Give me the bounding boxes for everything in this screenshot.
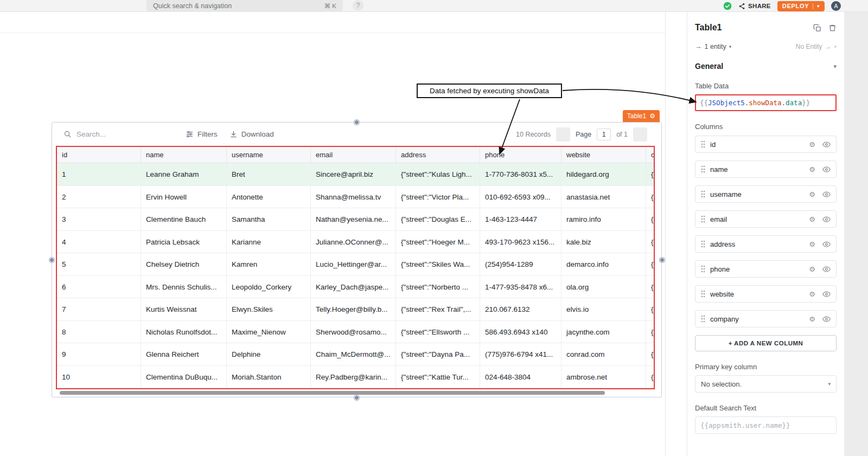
table-row[interactable]: 1Leanne GrahamBretSincere@april.biz{"str… — [57, 163, 654, 186]
table-cell[interactable]: ramiro.info — [561, 208, 646, 230]
table-cell[interactable]: Lucio_Hettinger@ar... — [311, 253, 396, 275]
column-item-website[interactable]: website⚙ — [695, 285, 837, 303]
column-header-co[interactable]: co — [646, 147, 655, 163]
primary-key-select[interactable]: No selection. ▾ — [695, 375, 837, 393]
table-row[interactable]: 2Ervin HowellAntonetteShanna@melissa.tv{… — [57, 186, 654, 209]
table-cell[interactable]: Sincere@april.biz — [311, 163, 396, 185]
connected-entities-dropdown[interactable]: → 1 entity ▾ — [695, 43, 731, 50]
table-cell[interactable]: {" — [646, 231, 655, 253]
outgoing-entities-dropdown[interactable]: No Entity → ▾ — [796, 43, 837, 50]
table-search-input[interactable]: Search... — [63, 130, 156, 138]
table-cell[interactable]: Telly.Hoeger@billy.b... — [311, 298, 396, 320]
table-cell[interactable]: Maxime_Nienow — [227, 321, 311, 343]
table-cell[interactable]: {" — [646, 208, 655, 230]
gear-icon[interactable]: ⚙ — [809, 241, 815, 248]
table-widget[interactable]: Table1 ⚙ Search... Filter — [52, 122, 662, 397]
table-cell[interactable]: Chaim_McDermott@... — [311, 343, 396, 365]
table-cell[interactable]: Bret — [227, 163, 311, 185]
table-cell[interactable]: Sherwood@rosamo... — [311, 321, 396, 343]
table-cell[interactable]: {" — [646, 321, 655, 343]
table-cell[interactable]: {"street":"Ellsworth ... — [396, 321, 480, 343]
column-header-website[interactable]: website — [561, 147, 646, 163]
column-header-id[interactable]: id — [57, 147, 141, 163]
table-cell[interactable]: jacynthe.com — [561, 321, 646, 343]
table-cell[interactable]: Samantha — [227, 208, 311, 230]
table-cell[interactable]: Antonette — [227, 186, 311, 208]
column-item-phone[interactable]: phone⚙ — [695, 260, 837, 278]
resize-handle-left[interactable] — [49, 258, 54, 262]
widget-name-badge[interactable]: Table1 ⚙ — [623, 110, 660, 122]
download-button[interactable]: Download — [229, 130, 274, 138]
drag-handle-icon[interactable] — [701, 315, 705, 323]
table-cell[interactable]: 6 — [57, 276, 141, 298]
share-button[interactable]: SHARE — [738, 3, 771, 10]
drag-handle-icon[interactable] — [701, 240, 705, 248]
table-cell[interactable]: 8 — [57, 321, 141, 343]
table-cell[interactable]: Mrs. Dennis Schulis... — [141, 276, 227, 298]
table-cell[interactable]: 9 — [57, 343, 141, 365]
drag-handle-icon[interactable] — [701, 215, 705, 223]
table-row[interactable]: 10Clementina DuBuqu...Moriah.StantonRey.… — [57, 366, 654, 389]
table-cell[interactable]: {"street":"Victor Pla... — [396, 186, 480, 208]
table-cell[interactable]: anastasia.net — [561, 186, 646, 208]
table-cell[interactable]: {"street":"Rex Trail",... — [396, 298, 480, 320]
table-cell[interactable]: {"street":"Douglas E... — [396, 208, 480, 230]
column-header-address[interactable]: address — [396, 147, 480, 163]
table-data-input[interactable]: {{JSObject5.showData.data}} — [695, 94, 837, 111]
table-row[interactable]: 9Glenna ReichertDelphineChaim_McDermott@… — [57, 343, 654, 366]
resize-handle-right[interactable] — [660, 258, 665, 262]
table-row[interactable]: 8Nicholas Runolfsdot...Maxime_NienowSher… — [57, 321, 654, 344]
table-cell[interactable]: 5 — [57, 253, 141, 275]
table-cell[interactable]: {" — [646, 276, 655, 298]
table-cell[interactable]: Clementina DuBuqu... — [141, 366, 227, 388]
table-cell[interactable]: Kamren — [227, 253, 311, 275]
table-cell[interactable]: 010-692-6593 x09... — [480, 186, 561, 208]
table-cell[interactable]: 1-477-935-8478 x6... — [480, 276, 561, 298]
table-cell[interactable]: {"street":"Skiles Wa... — [396, 253, 480, 275]
delete-widget-icon[interactable] — [828, 24, 837, 32]
table-cell[interactable]: 1 — [57, 163, 141, 185]
column-header-username[interactable]: username — [227, 147, 311, 163]
eye-icon[interactable] — [822, 265, 831, 273]
filters-button[interactable]: Filters — [186, 130, 218, 138]
table-cell[interactable]: Leopoldo_Corkery — [227, 276, 311, 298]
table-cell[interactable]: {"street":"Hoeger M... — [396, 231, 480, 253]
resize-handle-top[interactable] — [354, 120, 359, 125]
column-item-email[interactable]: email⚙ — [695, 210, 837, 228]
table-cell[interactable]: Chelsey Dietrich — [141, 253, 227, 275]
quick-search-input[interactable]: Quick search & navigation ⌘ K — [146, 0, 343, 12]
table-cell[interactable]: Karley_Dach@jaspe... — [311, 276, 396, 298]
table-cell[interactable]: {" — [646, 163, 655, 185]
column-item-company[interactable]: company⚙ — [695, 310, 837, 327]
eye-icon[interactable] — [822, 165, 831, 174]
copy-widget-icon[interactable] — [813, 24, 821, 32]
table-cell[interactable]: 10 — [57, 366, 141, 388]
table-cell[interactable]: Kurtis Weissnat — [141, 298, 227, 320]
table-cell[interactable]: {" — [646, 186, 655, 208]
horizontal-scrollbar[interactable] — [60, 391, 605, 395]
table-cell[interactable]: conrad.com — [561, 343, 646, 365]
canvas[interactable]: Table1 ⚙ Search... Filter — [0, 12, 666, 456]
add-new-column-button[interactable]: + ADD A NEW COLUMN — [695, 335, 837, 351]
column-header-name[interactable]: name — [141, 147, 227, 163]
table-cell[interactable]: 1-770-736-8031 x5... — [480, 163, 561, 185]
drag-handle-icon[interactable] — [701, 265, 705, 273]
drag-handle-icon[interactable] — [701, 190, 705, 198]
table-cell[interactable]: Nicholas Runolfsdot... — [141, 321, 227, 343]
gear-icon[interactable]: ⚙ — [809, 216, 815, 223]
table-row[interactable]: 4Patricia LebsackKarianneJulianne.OConne… — [57, 231, 654, 254]
gear-icon[interactable]: ⚙ — [809, 166, 815, 173]
table-cell[interactable]: {"street":"Kulas Ligh... — [396, 163, 480, 185]
table-cell[interactable]: 586.493.6943 x140 — [480, 321, 561, 343]
table-cell[interactable]: (775)976-6794 x41... — [480, 343, 561, 365]
table-cell[interactable]: Shanna@melissa.tv — [311, 186, 396, 208]
eye-icon[interactable] — [822, 140, 831, 149]
section-general[interactable]: General ▾ — [695, 62, 837, 70]
table-cell[interactable]: {"street":"Norberto ... — [396, 276, 480, 298]
table-cell[interactable]: 210.067.6132 — [480, 298, 561, 320]
table-cell[interactable]: 7 — [57, 298, 141, 320]
table-cell[interactable]: Elwyn.Skiles — [227, 298, 311, 320]
eye-icon[interactable] — [822, 315, 831, 323]
table-cell[interactable]: Clementine Bauch — [141, 208, 227, 230]
table-cell[interactable]: 493-170-9623 x156... — [480, 231, 561, 253]
